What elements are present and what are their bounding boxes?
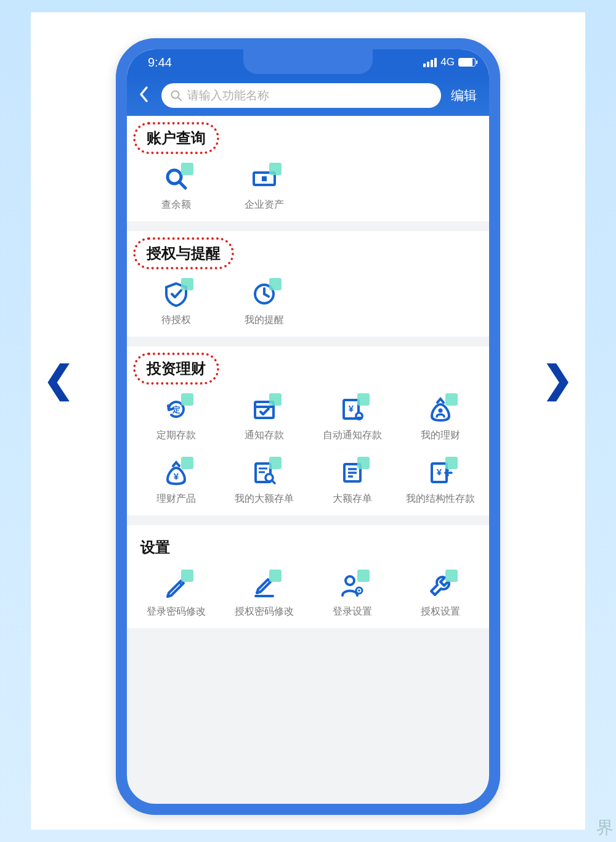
app-label: 登录密码修改 <box>147 605 206 618</box>
app-label: 查余额 <box>161 198 191 211</box>
edit-button[interactable]: 编辑 <box>448 83 479 108</box>
carousel-next[interactable]: ❯ <box>542 358 573 401</box>
svg-point-30 <box>358 589 360 592</box>
icon-grid: 待授权我的提醒 <box>127 274 489 327</box>
app-label: 企业资产 <box>245 198 284 211</box>
app-item-bag-person[interactable]: 我的理财 <box>396 396 484 442</box>
app-label: 待授权 <box>161 314 191 327</box>
app-label: 我的理财 <box>421 429 460 442</box>
signal-icon <box>423 58 437 67</box>
svg-rect-5 <box>262 176 267 181</box>
section-3: 设置登录密码修改授权密码修改登录设置授权设置 <box>127 525 489 628</box>
svg-line-26 <box>179 582 182 585</box>
chevron-left-icon <box>138 86 149 103</box>
app-label: 定期存款 <box>156 429 196 442</box>
magnifier-icon <box>163 165 190 192</box>
pencil-icon <box>163 572 190 599</box>
status-time: 9:44 <box>148 55 172 70</box>
section-title: 设置 <box>127 525 489 566</box>
doc-yen-bell-icon: ¥ <box>339 396 366 423</box>
pencil-under-icon <box>251 572 278 599</box>
svg-line-19 <box>272 480 275 483</box>
battery-icon <box>458 58 476 67</box>
app-item-pencil[interactable]: 登录密码修改 <box>132 572 220 618</box>
calendar-check-icon <box>251 396 278 423</box>
doc-lines-icon <box>339 459 366 486</box>
app-item-clock[interactable]: 我的提醒 <box>220 280 308 327</box>
svg-text:¥: ¥ <box>348 403 354 414</box>
app-item-ticket[interactable]: 企业资产 <box>220 165 308 211</box>
doc-yen-in-icon: ¥ <box>427 459 454 486</box>
status-network: 4G <box>440 56 455 68</box>
app-label: 授权设置 <box>421 605 460 618</box>
app-label: 授权密码修改 <box>235 605 294 618</box>
section-title: 授权与提醒 <box>133 237 234 269</box>
back-button[interactable] <box>133 82 154 110</box>
section-2: 投资理财定定期存款通知存款¥自动通知存款我的理财¥理财产品我的大额存单大额存单¥… <box>127 346 489 515</box>
section-title: 投资理财 <box>133 353 219 385</box>
app-item-doc-yen-in[interactable]: ¥我的结构性存款 <box>396 459 484 505</box>
carousel-prev[interactable]: ❮ <box>43 358 74 401</box>
nav-bar: 请输入功能名称 编辑 <box>127 75 489 116</box>
app-label: 通知存款 <box>245 429 284 442</box>
icon-grid: 定定期存款通知存款¥自动通知存款我的理财¥理财产品我的大额存单大额存单¥我的结构… <box>127 390 489 505</box>
section-0: 账户查询查余额企业资产 <box>127 116 489 221</box>
phone-notch <box>243 48 373 74</box>
app-item-refresh-ding[interactable]: 定定期存款 <box>132 396 220 442</box>
person-gear-icon <box>339 572 366 599</box>
app-label: 我的提醒 <box>245 314 284 327</box>
clock-icon <box>251 280 278 308</box>
app-label: 我的大额存单 <box>235 493 294 505</box>
svg-point-13 <box>438 409 442 413</box>
section-title: 账户查询 <box>133 122 219 154</box>
bag-yen-icon: ¥ <box>163 459 190 486</box>
svg-text:¥: ¥ <box>173 471 179 481</box>
app-label: 自动通知存款 <box>323 429 382 442</box>
app-item-magnifier[interactable]: 查余额 <box>132 165 220 211</box>
search-placeholder: 请输入功能名称 <box>187 88 269 104</box>
app-item-person-gear[interactable]: 登录设置 <box>308 572 396 618</box>
app-label: 我的结构性存款 <box>406 493 475 505</box>
shield-check-icon <box>163 280 190 308</box>
svg-text:定: 定 <box>171 405 180 414</box>
app-label: 理财产品 <box>156 493 196 505</box>
app-item-doc-yen-bell[interactable]: ¥自动通知存款 <box>308 396 396 442</box>
phone-frame: 9:44 4G 请输入功能名称 编辑 账户查询查余额企业资产授权与提醒待授权我的… <box>116 38 500 815</box>
search-input[interactable]: 请输入功能名称 <box>161 83 441 108</box>
doc-search-icon <box>251 459 278 486</box>
app-item-doc-lines[interactable]: 大额存单 <box>308 459 396 505</box>
app-item-pencil-under[interactable]: 授权密码修改 <box>220 572 308 618</box>
section-1: 授权与提醒待授权我的提醒 <box>127 231 489 337</box>
app-label: 登录设置 <box>333 605 372 618</box>
app-item-calendar-check[interactable]: 通知存款 <box>220 396 308 442</box>
ticket-icon <box>251 165 278 192</box>
icon-grid: 登录密码修改授权密码修改登录设置授权设置 <box>127 566 489 618</box>
watermark: 界 <box>596 816 614 840</box>
app-item-bag-yen[interactable]: ¥理财产品 <box>132 459 220 505</box>
app-label: 大额存单 <box>333 493 372 505</box>
bag-person-icon <box>427 396 454 423</box>
app-item-doc-search[interactable]: 我的大额存单 <box>220 459 308 505</box>
refresh-ding-icon: 定 <box>163 396 190 423</box>
icon-grid: 查余额企业资产 <box>127 159 489 211</box>
svg-line-1 <box>178 97 181 100</box>
wrench-icon <box>427 572 454 599</box>
svg-point-28 <box>346 576 354 585</box>
app-item-shield-check[interactable]: 待授权 <box>132 280 220 327</box>
search-icon <box>170 89 182 102</box>
svg-line-3 <box>179 182 185 188</box>
svg-text:¥: ¥ <box>436 467 442 477</box>
app-item-wrench[interactable]: 授权设置 <box>396 572 484 618</box>
